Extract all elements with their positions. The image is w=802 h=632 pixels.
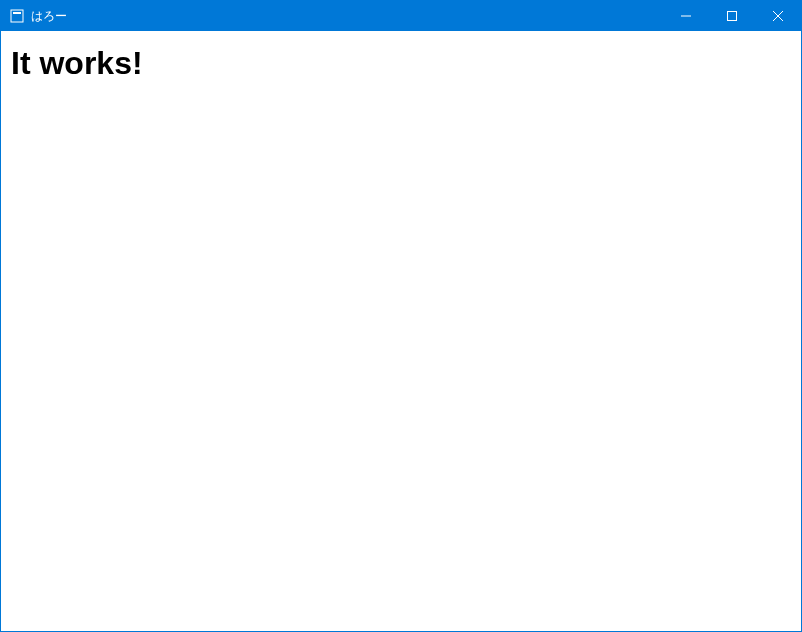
titlebar-left: はろー — [1, 8, 67, 25]
svg-rect-1 — [13, 12, 21, 14]
close-icon — [773, 7, 783, 25]
page-heading: It works! — [11, 45, 791, 82]
maximize-icon — [727, 7, 737, 25]
window-controls — [663, 1, 801, 31]
maximize-button[interactable] — [709, 1, 755, 31]
svg-rect-3 — [728, 12, 737, 21]
close-button[interactable] — [755, 1, 801, 31]
titlebar[interactable]: はろー — [1, 1, 801, 31]
app-window: はろー It wo — [0, 0, 802, 632]
svg-rect-0 — [11, 10, 23, 22]
minimize-icon — [681, 7, 691, 25]
minimize-button[interactable] — [663, 1, 709, 31]
window-title: はろー — [31, 8, 67, 25]
app-icon — [9, 8, 25, 24]
content-area: It works! — [1, 31, 801, 631]
